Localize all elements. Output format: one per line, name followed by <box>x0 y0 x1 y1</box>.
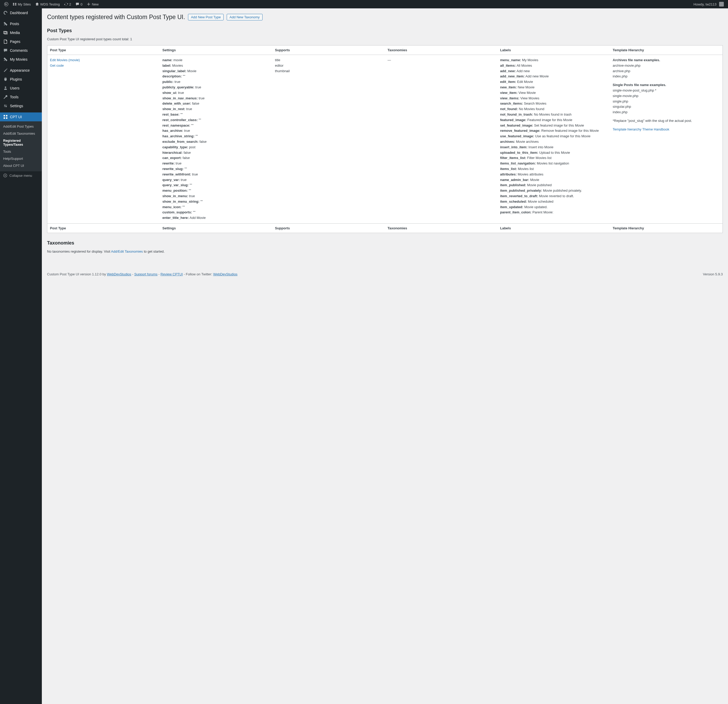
key-value-pair: rest_namespace: "" <box>162 123 270 129</box>
key-value-pair: rewrite_slug: "" <box>162 166 270 172</box>
comments[interactable]: 0 <box>73 0 84 9</box>
edit-post-type-link[interactable]: Edit Movies (movie) <box>50 58 80 62</box>
footer-twitter-link[interactable]: WebDevStudios <box>213 272 237 276</box>
comment-icon <box>75 2 79 6</box>
template-single-file: singular.php <box>613 104 720 110</box>
submenu-help-support[interactable]: Help/Support <box>0 155 42 162</box>
footer-support-link[interactable]: Support forums <box>134 272 157 276</box>
template-archive-file: archive-movie.php <box>613 63 720 68</box>
svg-point-2 <box>5 87 6 88</box>
menu-appearance[interactable]: Appearance <box>0 66 42 75</box>
no-taxonomies-suffix: to get started. <box>143 250 165 253</box>
menu-comments[interactable]: Comments <box>0 46 42 55</box>
menu-pages-label: Pages <box>10 39 20 44</box>
svg-rect-5 <box>4 115 5 116</box>
template-handbook-link[interactable]: Template hierarchy Theme Handbook <box>613 127 669 131</box>
menu-cpt-ui[interactable]: CPT UI <box>0 113 42 121</box>
add-edit-taxonomies-link[interactable]: Add/Edit Taxonomies <box>111 250 143 253</box>
dashboard-icon <box>3 10 8 15</box>
key-value-pair: filter_items_list: Filter Movies list <box>500 155 608 161</box>
content-area: Content types registered with Custom Pos… <box>42 9 728 704</box>
svg-point-3 <box>4 105 6 106</box>
menu-appearance-label: Appearance <box>10 68 30 72</box>
footer-wds-link[interactable]: WebDevStudios <box>107 272 131 276</box>
menu-users[interactable]: Users <box>0 84 42 93</box>
key-value-pair: rest_controller_class: "" <box>162 117 270 123</box>
th-template-hierarchy: Template Hierarchy <box>610 45 723 55</box>
get-code-link[interactable]: Get code <box>50 64 64 68</box>
submenu-registered-types-taxes[interactable]: Registered Types/Taxes <box>0 137 42 148</box>
menu-tools-label: Tools <box>10 95 19 99</box>
tf-post-type: Post Type <box>47 223 160 233</box>
add-new-post-type-button[interactable]: Add New Post Type <box>188 14 224 20</box>
key-value-pair: new_item: New Movie <box>500 85 608 90</box>
menu-tools[interactable]: Tools <box>0 93 42 101</box>
menu-pages[interactable]: Pages <box>0 37 42 46</box>
updates[interactable]: 2 <box>62 0 73 9</box>
collapse-menu[interactable]: Collapse menu <box>0 171 42 180</box>
submenu-about-cpt-ui[interactable]: About CPT UI <box>0 162 42 169</box>
pages-icon <box>3 39 8 44</box>
table-footer-row: Post Type Settings Supports Taxonomies L… <box>47 223 723 233</box>
settings-icon <box>3 104 8 108</box>
key-value-pair: not_found: No Movies found <box>500 107 608 112</box>
key-value-pair: capability_type: post <box>162 145 270 150</box>
key-value-pair: view_item: View Movie <box>500 90 608 96</box>
menu-media[interactable]: Media <box>0 28 42 37</box>
new-content[interactable]: New <box>84 0 101 9</box>
template-single-file: single.php <box>613 99 720 104</box>
menu-settings[interactable]: Settings <box>0 101 42 110</box>
menu-dashboard[interactable]: Dashboard <box>0 9 42 17</box>
tools-icon <box>3 95 8 99</box>
users-icon <box>3 86 8 91</box>
site-name[interactable]: WDS Testing <box>33 0 62 9</box>
key-value-pair: publicly_queryable: true <box>162 85 270 90</box>
submenu-add-edit-post-types[interactable]: Add/Edit Post Types <box>0 123 42 130</box>
my-sites[interactable]: My Sites <box>10 0 33 9</box>
th-taxonomies: Taxonomies <box>385 45 498 55</box>
key-value-pair: name: movie <box>162 58 270 63</box>
home-icon <box>35 2 39 6</box>
post-types-table: Post Type Settings Supports Taxonomies L… <box>47 45 723 233</box>
svg-point-0 <box>4 2 8 6</box>
wp-logo[interactable] <box>2 0 10 9</box>
plus-icon <box>87 2 91 6</box>
submenu-add-edit-taxonomies[interactable]: Add/Edit Taxonomies <box>0 130 42 137</box>
footer: Custom Post Type UI version 1.12.0 by We… <box>47 269 723 276</box>
menu-settings-label: Settings <box>10 104 23 108</box>
comments-count: 0 <box>81 2 82 6</box>
add-new-taxonomy-button[interactable]: Add New Taxonomy <box>227 14 263 20</box>
key-value-pair: menu_icon: "" <box>162 204 270 210</box>
menu-posts[interactable]: Posts <box>0 19 42 28</box>
template-single-file: index.php <box>613 110 720 115</box>
howdy-text: Howdy, tw2113 <box>693 2 716 6</box>
template-note: *Replace "post_slug" with the slug of th… <box>613 118 720 124</box>
cpt-ui-icon <box>3 114 8 119</box>
key-value-pair: use_featured_image: Use as featured imag… <box>500 134 608 139</box>
key-value-pair: exclude_from_search: false <box>162 139 270 145</box>
menu-my-movies[interactable]: My Movies <box>0 55 42 64</box>
key-value-pair: hierarchical: false <box>162 150 270 156</box>
submenu-tools[interactable]: Tools <box>0 148 42 155</box>
footer-prefix: Custom Post Type UI version 1.12.0 by <box>47 272 107 276</box>
menu-plugins[interactable]: Plugins <box>0 75 42 84</box>
admin-sidebar: Dashboard Posts Media Pages Comments My … <box>0 9 42 704</box>
posts-icon <box>3 22 8 26</box>
key-value-pair: rest_base: "" <box>162 112 270 117</box>
menu-cpt-ui-label: CPT UI <box>10 115 22 119</box>
tf-settings: Settings <box>160 223 273 233</box>
key-value-pair: query_var_slug: "" <box>162 182 270 188</box>
key-value-pair: insert_into_item: Insert into Movie <box>500 145 608 150</box>
template-single-file: single-movie.php <box>613 93 720 99</box>
key-value-pair: label: Movies <box>162 63 270 68</box>
my-account[interactable]: Howdy, tw2113 <box>691 0 726 9</box>
key-value-pair: uploaded_to_this_item: Upload to this Mo… <box>500 150 608 156</box>
collapse-menu-label: Collapse menu <box>9 173 32 178</box>
site-name-label: WDS Testing <box>40 2 60 6</box>
footer-review-link[interactable]: Review CPTUI <box>160 272 183 276</box>
menu-users-label: Users <box>10 86 20 90</box>
updates-count: 2 <box>69 2 71 6</box>
cell-settings: name: movielabel: Moviessingular_label: … <box>160 55 273 224</box>
key-value-pair: all_items: All Movies <box>500 63 608 68</box>
media-icon <box>3 30 8 35</box>
